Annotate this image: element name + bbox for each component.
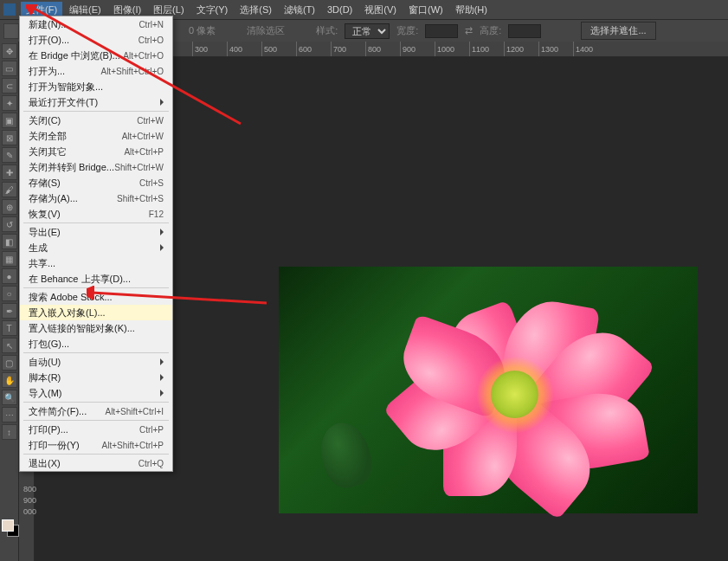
clear-selection[interactable]: 清除选区 bbox=[247, 24, 285, 37]
home-icon[interactable] bbox=[3, 23, 19, 39]
width-input[interactable] bbox=[425, 24, 458, 38]
menu-item[interactable]: 恢复(V)F12 bbox=[20, 206, 172, 222]
tool-gradient[interactable]: ▦ bbox=[2, 251, 17, 267]
tool-move[interactable]: ✥ bbox=[2, 43, 17, 59]
tool-blur[interactable]: ● bbox=[2, 268, 17, 284]
tool-shape[interactable]: ▢ bbox=[2, 355, 17, 371]
tool-edit-toolbar[interactable]: ↕ bbox=[2, 424, 17, 440]
menu-item-shortcut: Ctrl+W bbox=[137, 116, 164, 126]
menu-item[interactable]: 新建(N)...Ctrl+N bbox=[20, 16, 172, 32]
menu-item[interactable]: 打开(O)...Ctrl+O bbox=[20, 32, 172, 48]
file-menu-dropdown: 新建(N)...Ctrl+N打开(O)...Ctrl+O在 Bridge 中浏览… bbox=[19, 16, 173, 472]
tool-text[interactable]: T bbox=[2, 320, 17, 336]
ruler-tick: 1300 bbox=[538, 42, 573, 56]
menu-separator bbox=[23, 111, 169, 112]
menu-item[interactable]: 打印一份(Y)Alt+Shift+Ctrl+P bbox=[20, 437, 172, 453]
menu-item-label: 自动(U) bbox=[29, 356, 61, 369]
menu-item-label: 关闭(C) bbox=[29, 114, 61, 127]
menu-view[interactable]: 视图(V) bbox=[359, 2, 402, 18]
ruler-tick: 400 bbox=[227, 42, 261, 56]
menu-filter[interactable]: 滤镜(T) bbox=[279, 2, 320, 18]
menu-item[interactable]: 打包(G)... bbox=[20, 336, 172, 351]
tool-more[interactable]: ⋯ bbox=[2, 407, 17, 422]
menu-item-label: 导入(M) bbox=[29, 387, 62, 400]
menu-item-shortcut: Alt+Ctrl+W bbox=[122, 132, 164, 141]
tool-dodge[interactable]: ○ bbox=[2, 286, 17, 301]
menu-help[interactable]: 帮助(H) bbox=[450, 2, 493, 18]
tool-lasso[interactable]: ⊂ bbox=[2, 78, 17, 94]
menu-separator bbox=[23, 287, 169, 288]
color-swatches[interactable] bbox=[2, 519, 17, 544]
tool-eraser[interactable]: ◧ bbox=[2, 234, 17, 249]
mode-select[interactable]: 正常 bbox=[345, 23, 390, 39]
lotus-seed-pod bbox=[491, 371, 538, 418]
menu-item-label: 打印(P)... bbox=[29, 423, 68, 436]
tool-stamp[interactable]: ⊕ bbox=[2, 199, 17, 215]
menu-item[interactable]: 打开为智能对象... bbox=[20, 79, 172, 94]
menu-separator bbox=[23, 222, 169, 223]
mode-label: 样式: bbox=[316, 24, 338, 37]
menu-item[interactable]: 存储(S)Ctrl+S bbox=[20, 175, 172, 190]
submenu-arrow-icon bbox=[160, 99, 164, 106]
tool-hand[interactable]: ✋ bbox=[2, 372, 17, 388]
tool-history[interactable]: ↺ bbox=[2, 216, 17, 232]
menu-separator bbox=[23, 454, 169, 455]
swap-icon[interactable]: ⇄ bbox=[465, 25, 473, 36]
menu-item[interactable]: 关闭全部Alt+Ctrl+W bbox=[20, 128, 172, 144]
menu-item-shortcut: Ctrl+Q bbox=[139, 459, 164, 468]
menu-item-label: 在 Behance 上共享(D)... bbox=[29, 273, 131, 286]
tool-frame[interactable]: ⊠ bbox=[2, 130, 17, 145]
menu-item-label: 搜索 Adobe Stock... bbox=[29, 291, 113, 304]
menu-item[interactable]: 关闭(C)Ctrl+W bbox=[20, 113, 172, 128]
menu-item-shortcut: Ctrl+O bbox=[139, 35, 164, 45]
menu-item[interactable]: 共享... bbox=[20, 255, 172, 271]
menu-item[interactable]: 退出(X)Ctrl+Q bbox=[20, 455, 172, 471]
submenu-arrow-icon bbox=[160, 374, 164, 381]
menu-item-label: 生成 bbox=[29, 242, 48, 255]
menu-select[interactable]: 选择(S) bbox=[235, 2, 277, 18]
refine-edge-button[interactable]: 选择并遮住... bbox=[581, 22, 655, 40]
tool-wand[interactable]: ✦ bbox=[2, 95, 17, 111]
menu-item-label: 打开为智能对象... bbox=[29, 81, 103, 94]
tool-eyedropper[interactable]: ✎ bbox=[2, 147, 17, 163]
menu-item[interactable]: 存储为(A)...Shift+Ctrl+S bbox=[20, 190, 172, 206]
menu-item-label: 关闭并转到 Bridge... bbox=[29, 161, 114, 174]
tool-path[interactable]: ↖ bbox=[2, 338, 17, 353]
menu-item[interactable]: 脚本(R) bbox=[20, 370, 172, 385]
tool-crop[interactable]: ▣ bbox=[2, 113, 17, 128]
menu-item[interactable]: 打开为...Alt+Shift+Ctrl+O bbox=[20, 63, 172, 79]
height-input[interactable] bbox=[508, 24, 541, 38]
tool-marquee[interactable]: ▭ bbox=[2, 61, 17, 76]
menu-item[interactable]: 最近打开文件(T) bbox=[20, 94, 172, 110]
menu-item[interactable]: 置入链接的智能对象(K)... bbox=[20, 320, 172, 336]
menu-item[interactable]: 导入(M) bbox=[20, 385, 172, 401]
document-image[interactable] bbox=[279, 267, 698, 513]
tool-brush[interactable]: 🖌 bbox=[2, 182, 17, 197]
ruler-vertical-numbers: 800 900 000 bbox=[21, 484, 36, 518]
menu-item[interactable]: 打印(P)...Ctrl+P bbox=[20, 422, 172, 437]
menu-item[interactable]: 文件简介(F)...Alt+Shift+Ctrl+I bbox=[20, 403, 172, 419]
menu-3d[interactable]: 3D(D) bbox=[322, 3, 358, 16]
menu-item-shortcut: F12 bbox=[149, 210, 164, 219]
toolbar: ✥ ▭ ⊂ ✦ ▣ ⊠ ✎ ✚ 🖌 ⊕ ↺ ◧ ▦ ● ○ ✒ T ↖ ▢ ✋ … bbox=[0, 42, 19, 561]
menu-item[interactable]: 在 Behance 上共享(D)... bbox=[20, 271, 172, 287]
menu-item[interactable]: 生成 bbox=[20, 240, 172, 255]
menu-item[interactable]: 关闭其它Alt+Ctrl+P bbox=[20, 144, 172, 159]
foreground-swatch[interactable] bbox=[2, 519, 14, 532]
menu-item[interactable]: 自动(U) bbox=[20, 354, 172, 370]
menu-item[interactable]: 关闭并转到 Bridge...Shift+Ctrl+W bbox=[20, 159, 172, 175]
menu-window[interactable]: 窗口(W) bbox=[403, 2, 448, 18]
tool-zoom[interactable]: 🔍 bbox=[2, 390, 17, 405]
menu-item[interactable]: 导出(E) bbox=[20, 224, 172, 240]
tool-heal[interactable]: ✚ bbox=[2, 164, 17, 180]
menu-item-label: 关闭其它 bbox=[29, 145, 67, 158]
ruler-tick: 800 bbox=[365, 42, 400, 56]
tool-pen[interactable]: ✒ bbox=[2, 303, 17, 319]
menu-type[interactable]: 文字(Y) bbox=[191, 2, 234, 18]
menu-item[interactable]: 置入嵌入对象(L)... bbox=[20, 305, 172, 320]
px-suffix: 0 像素 bbox=[189, 24, 216, 37]
menu-item[interactable]: 在 Bridge 中浏览(B)...Alt+Ctrl+O bbox=[20, 48, 172, 63]
menu-item[interactable]: 搜索 Adobe Stock... bbox=[20, 289, 172, 305]
submenu-arrow-icon bbox=[160, 229, 164, 235]
menu-item-label: 文件简介(F)... bbox=[29, 405, 87, 418]
